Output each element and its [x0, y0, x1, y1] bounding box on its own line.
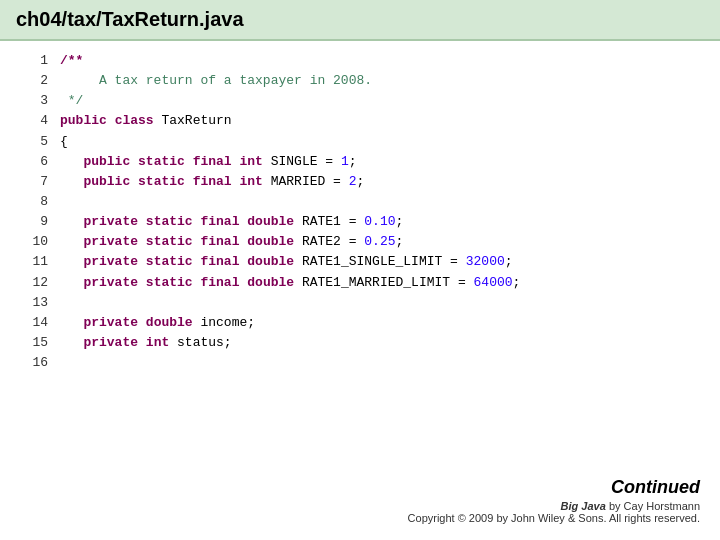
line-content: public static final int SINGLE = 1;	[60, 152, 357, 172]
code-line: 14 private double income;	[20, 313, 700, 333]
line-content: private double income;	[60, 313, 255, 333]
line-content: {	[60, 132, 68, 152]
code-line: 5{	[20, 132, 700, 152]
author-text: by Cay Horstmann	[609, 500, 700, 512]
line-number: 6	[20, 152, 48, 172]
code-line: 4public class TaxReturn	[20, 111, 700, 131]
line-number: 13	[20, 293, 48, 313]
code-line: 6 public static final int SINGLE = 1;	[20, 152, 700, 172]
code-line: 16	[20, 353, 700, 373]
line-content: */	[60, 91, 83, 111]
line-content: private int status;	[60, 333, 232, 353]
code-line: 7 public static final int MARRIED = 2;	[20, 172, 700, 192]
line-number: 1	[20, 51, 48, 71]
line-number: 11	[20, 252, 48, 272]
line-number: 14	[20, 313, 48, 333]
line-content: private static final double RATE2 = 0.25…	[60, 232, 403, 252]
footer: Continued Big Java by Cay Horstmann Copy…	[408, 477, 700, 524]
line-number: 16	[20, 353, 48, 373]
line-number: 12	[20, 273, 48, 293]
line-content: private static final double RATE1_SINGLE…	[60, 252, 513, 272]
line-content: public static final int MARRIED = 2;	[60, 172, 364, 192]
code-line: 11 private static final double RATE1_SIN…	[20, 252, 700, 272]
continued-label: Continued	[408, 477, 700, 498]
copyright-line: Big Java by Cay Horstmann Copyright © 20…	[408, 500, 700, 524]
code-block: 1/**2 A tax return of a taxpayer in 2008…	[20, 51, 700, 373]
code-line: 2 A tax return of a taxpayer in 2008.	[20, 71, 700, 91]
line-number: 10	[20, 232, 48, 252]
code-line: 13	[20, 293, 700, 313]
big-java-text: Big Java	[561, 500, 606, 512]
line-number: 5	[20, 132, 48, 152]
line-content: private static final double RATE1 = 0.10…	[60, 212, 403, 232]
line-content: /**	[60, 51, 83, 71]
line-content: private static final double RATE1_MARRIE…	[60, 273, 520, 293]
code-line: 12 private static final double RATE1_MAR…	[20, 273, 700, 293]
line-content: public class TaxReturn	[60, 111, 232, 131]
code-line: 3 */	[20, 91, 700, 111]
line-number: 7	[20, 172, 48, 192]
code-line: 1/**	[20, 51, 700, 71]
page-title: ch04/tax/TaxReturn.java	[16, 8, 704, 31]
code-line: 15 private int status;	[20, 333, 700, 353]
line-number: 2	[20, 71, 48, 91]
code-line: 10 private static final double RATE2 = 0…	[20, 232, 700, 252]
line-number: 15	[20, 333, 48, 353]
line-number: 3	[20, 91, 48, 111]
line-number: 4	[20, 111, 48, 131]
code-line: 8	[20, 192, 700, 212]
copyright-text: Copyright © 2009 by John Wiley & Sons. A…	[408, 512, 700, 524]
title-bar: ch04/tax/TaxReturn.java	[0, 0, 720, 41]
code-line: 9 private static final double RATE1 = 0.…	[20, 212, 700, 232]
line-number: 9	[20, 212, 48, 232]
line-content: A tax return of a taxpayer in 2008.	[60, 71, 372, 91]
line-number: 8	[20, 192, 48, 212]
content-area: 1/**2 A tax return of a taxpayer in 2008…	[0, 41, 720, 383]
